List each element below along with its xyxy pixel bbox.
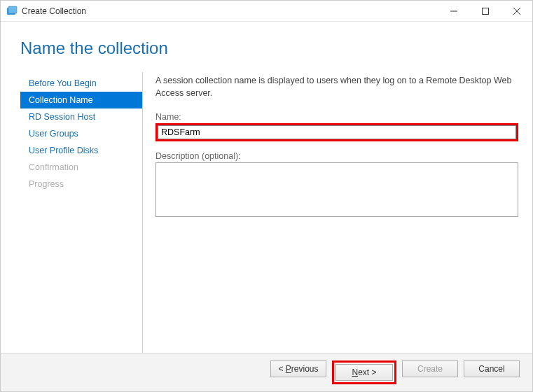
svg-rect-3	[482, 8, 488, 14]
create-button: Create	[402, 360, 458, 377]
content-panel: A session collection name is displayed t…	[143, 72, 518, 353]
next-button[interactable]: Next >	[335, 364, 393, 381]
description-textarea[interactable]	[155, 162, 518, 217]
step-progress: Progress	[20, 176, 142, 192]
wizard-steps-sidebar: Before You Begin Collection Name RD Sess…	[20, 72, 143, 353]
window-controls	[438, 1, 532, 21]
step-before-you-begin[interactable]: Before You Begin	[20, 75, 142, 92]
app-icon	[6, 6, 18, 17]
maximize-icon	[482, 8, 489, 15]
intro-text: A session collection name is displayed t…	[155, 75, 518, 99]
minimize-icon	[450, 8, 457, 15]
maximize-button[interactable]	[469, 1, 501, 21]
heading-region: Name the collection	[1, 22, 532, 69]
minimize-button[interactable]	[438, 1, 469, 21]
window-title: Create Collection	[22, 6, 438, 16]
svg-rect-1	[8, 6, 17, 13]
next-highlight-box: Next >	[332, 360, 396, 384]
step-confirmation: Confirmation	[20, 159, 142, 176]
name-highlight-box	[155, 123, 518, 141]
description-label: Description (optional):	[155, 151, 518, 161]
step-user-groups[interactable]: User Groups	[20, 125, 142, 142]
previous-button[interactable]: < Previous	[270, 360, 326, 377]
step-collection-name[interactable]: Collection Name	[20, 92, 142, 108]
page-title: Name the collection	[20, 38, 532, 58]
name-input[interactable]	[158, 125, 516, 139]
footer-buttons: < Previous Next > Create Cancel	[1, 353, 532, 391]
body-region: Before You Begin Collection Name RD Sess…	[1, 69, 532, 353]
titlebar: Create Collection	[1, 1, 532, 22]
cancel-button[interactable]: Cancel	[464, 360, 520, 377]
step-user-profile-disks[interactable]: User Profile Disks	[20, 142, 142, 159]
close-button[interactable]	[501, 1, 532, 21]
step-rd-session-host[interactable]: RD Session Host	[20, 108, 142, 125]
name-label: Name:	[155, 112, 518, 122]
close-icon	[513, 8, 520, 15]
